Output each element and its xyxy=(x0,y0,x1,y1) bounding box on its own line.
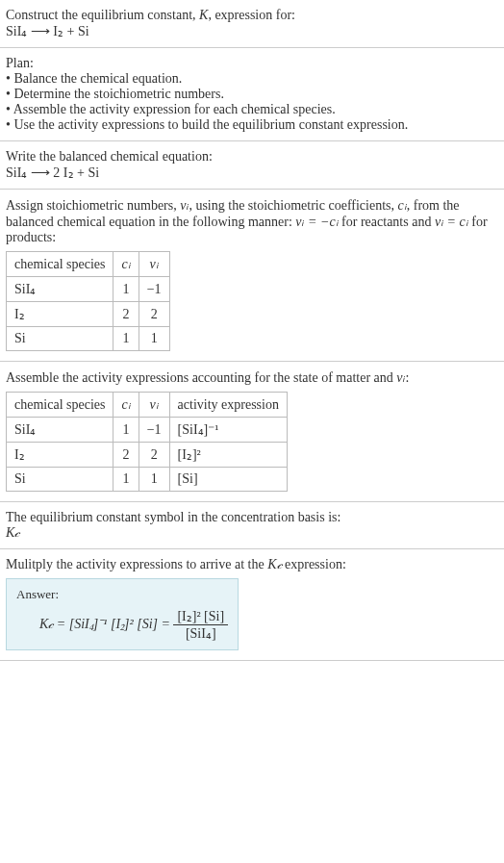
ci-var: cᵢ xyxy=(398,198,407,213)
prompt-line: Construct the equilibrium constant, K, e… xyxy=(6,8,498,23)
cell-activity: [I₂]² xyxy=(169,443,287,468)
activity-intro: Assemble the activity expressions accoun… xyxy=(6,369,498,386)
plan-bullet: • Balance the chemical equation. xyxy=(6,71,498,87)
cell-ci: 1 xyxy=(113,327,139,351)
stoich-text: for reactants and xyxy=(339,215,435,229)
stoich-text: Assign stoichiometric numbers, xyxy=(6,198,180,213)
answer-box: Answer: K𝒸 = [SiI₄]⁻¹ [I₂]² [Si] = [I₂]²… xyxy=(6,578,239,650)
cell-nu: −1 xyxy=(139,277,169,302)
table-header-row: chemical species cᵢ νᵢ xyxy=(7,252,170,277)
stoich-intro: Assign stoichiometric numbers, νᵢ, using… xyxy=(6,197,498,245)
cell-ci: 2 xyxy=(113,443,139,468)
cell-species: SiI₄ xyxy=(7,277,113,302)
fraction-denominator: [SiI₄] xyxy=(173,625,228,642)
plan-bullet: • Assemble the activity expression for e… xyxy=(6,102,498,117)
table-row: I₂ 2 2 [I₂]² xyxy=(7,443,288,468)
answer-label: Answer: xyxy=(16,587,228,602)
kc-fraction: [I₂]² [Si][SiI₄] xyxy=(173,608,228,642)
plan-title: Plan: xyxy=(6,56,498,71)
stoich-text: , using the stoichiometric coefficients, xyxy=(189,198,397,213)
prompt-suffix: , expression for: xyxy=(208,8,295,22)
table-row: I₂ 2 2 xyxy=(7,302,170,327)
balanced-section: Write the balanced chemical equation: Si… xyxy=(0,141,504,190)
basis-section: The equilibrium constant symbol in the c… xyxy=(0,502,504,549)
stoich-section: Assign stoichiometric numbers, νᵢ, using… xyxy=(0,190,504,362)
prompt-prefix: Construct the equilibrium constant, xyxy=(6,8,199,22)
kc-expression: K𝒸 = [SiI₄]⁻¹ [I₂]² [Si] = [I₂]² [Si][Si… xyxy=(16,608,228,642)
table-row: Si 1 1 [Si] xyxy=(7,468,288,492)
col-species: chemical species xyxy=(7,393,113,418)
cell-species: SiI₄ xyxy=(7,418,113,443)
activity-text: : xyxy=(406,370,410,385)
cell-activity: [Si] xyxy=(169,468,287,492)
cell-nu: 2 xyxy=(139,443,169,468)
col-ci: cᵢ xyxy=(113,393,139,418)
unbalanced-equation: SiI₄ ⟶ I₂ + Si xyxy=(6,23,498,39)
plan-bullet: • Use the activity expressions to build … xyxy=(6,117,498,133)
col-nu: νᵢ xyxy=(139,393,169,418)
col-species: chemical species xyxy=(7,252,113,277)
balanced-label: Write the balanced chemical equation: xyxy=(6,149,498,165)
kc-symbol: K𝒸 xyxy=(6,525,498,541)
cell-activity: [SiI₄]⁻¹ xyxy=(169,418,287,443)
table-row: SiI₄ 1 −1 xyxy=(7,277,170,302)
rel2: νᵢ = cᵢ xyxy=(435,215,468,229)
cell-species: I₂ xyxy=(7,302,113,327)
table-row: SiI₄ 1 −1 [SiI₄]⁻¹ xyxy=(7,418,288,443)
col-activity: activity expression xyxy=(169,393,287,418)
cell-ci: 1 xyxy=(113,277,139,302)
plan-bullet: • Determine the stoichiometric numbers. xyxy=(6,87,498,102)
col-nu: νᵢ xyxy=(139,252,169,277)
cell-nu: −1 xyxy=(139,418,169,443)
cell-nu: 2 xyxy=(139,302,169,327)
table-row: Si 1 1 xyxy=(7,327,170,351)
cell-species: Si xyxy=(7,468,113,492)
cell-ci: 1 xyxy=(113,418,139,443)
fraction-numerator: [I₂]² [Si] xyxy=(173,608,228,625)
result-section: Mulitply the activity expressions to arr… xyxy=(0,549,504,661)
cell-nu: 1 xyxy=(139,327,169,351)
cell-species: I₂ xyxy=(7,443,113,468)
col-ci: cᵢ xyxy=(113,252,139,277)
kc-lhs: K𝒸 = [SiI₄]⁻¹ [I₂]² [Si] = xyxy=(39,617,173,631)
plan-section: Plan: • Balance the chemical equation. •… xyxy=(0,48,504,141)
activity-text: Assemble the activity expressions accoun… xyxy=(6,370,396,385)
activity-table: chemical species cᵢ νᵢ activity expressi… xyxy=(6,392,288,492)
activity-section: Assemble the activity expressions accoun… xyxy=(0,362,504,502)
basis-line: The equilibrium constant symbol in the c… xyxy=(6,510,498,525)
nu-var: νᵢ xyxy=(396,370,405,385)
balanced-equation: SiI₄ ⟶ 2 I₂ + Si xyxy=(6,165,498,181)
multiply-text: Mulitply the activity expressions to arr… xyxy=(6,557,267,571)
stoich-table: chemical species cᵢ νᵢ SiI₄ 1 −1 I₂ 2 2 … xyxy=(6,251,170,351)
cell-ci: 1 xyxy=(113,468,139,492)
multiply-text: expression: xyxy=(282,557,346,571)
cell-species: Si xyxy=(7,327,113,351)
cell-nu: 1 xyxy=(139,468,169,492)
table-header-row: chemical species cᵢ νᵢ activity expressi… xyxy=(7,393,288,418)
cell-ci: 2 xyxy=(113,302,139,327)
prompt-section: Construct the equilibrium constant, K, e… xyxy=(0,0,504,48)
multiply-line: Mulitply the activity expressions to arr… xyxy=(6,557,498,572)
rel1: νᵢ = −cᵢ xyxy=(295,215,338,229)
kc-var: K𝒸 xyxy=(267,557,281,571)
k-var: K xyxy=(199,8,208,22)
